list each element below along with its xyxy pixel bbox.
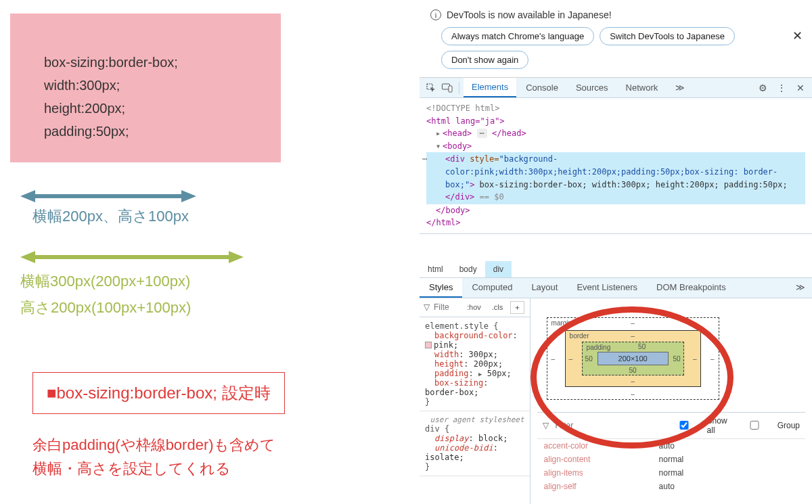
tab-elements[interactable]: Elements: [464, 78, 516, 97]
kebab-icon[interactable]: ⋮: [774, 83, 789, 93]
blue-arrow-group: 横幅200px、高さ100px: [20, 186, 196, 227]
close-icon[interactable]: ✕: [793, 83, 808, 93]
style-rule[interactable]: user agent stylesheet div { display: blo…: [420, 411, 530, 476]
subtab-dom-breakpoints[interactable]: DOM Breakpoints: [647, 278, 736, 298]
subtabs-overflow[interactable]: ≫: [789, 278, 812, 298]
group-checkbox[interactable]: Group: [734, 421, 800, 430]
show-all-checkbox[interactable]: Show all: [664, 416, 727, 435]
dont-show-button[interactable]: Don't show again: [441, 51, 528, 69]
subtab-event-listeners[interactable]: Event Listeners: [567, 278, 647, 298]
ua-label: user agent stylesheet: [430, 415, 524, 424]
svg-marker-4: [20, 251, 35, 263]
green-arrow-group: 横幅300px(200px+100px) 高さ200px(100px+100px…: [20, 247, 244, 321]
dom-selected-line[interactable]: ⋯ <div style="background-color:pink;widt…: [426, 152, 805, 204]
devtools-panel: i DevTools is now available in Japanese!…: [420, 0, 812, 504]
device-toggle-icon[interactable]: [440, 83, 455, 93]
dom-line[interactable]: </body>: [426, 204, 805, 217]
filter-icon: ▽: [424, 302, 430, 312]
blue-arrow-caption: 横幅200px、高さ100px: [32, 206, 196, 227]
computed-filter-bar: ▽ Show all Group: [537, 412, 805, 439]
red-frame-title: ■box-sizing:border-box; 設定時: [32, 372, 285, 414]
match-language-button[interactable]: Always match Chrome's language: [441, 27, 594, 45]
color-swatch[interactable]: [425, 342, 432, 348]
dom-line[interactable]: <!DOCTYPE html>: [426, 102, 805, 115]
boxmodel-column: margin – – – – border – – – – padding 50: [531, 298, 812, 504]
computed-row[interactable]: accent-colorauto: [537, 439, 805, 453]
green-arrow-caption-2: 高さ200px(100px+100px): [20, 295, 244, 320]
svg-marker-2: [181, 190, 196, 202]
pink-line: width:300px;: [44, 74, 247, 97]
crumb-html[interactable]: html: [420, 261, 451, 277]
styles-filter-input[interactable]: [434, 302, 459, 312]
dom-line[interactable]: </html>: [426, 216, 805, 229]
devtools-tabbar: Elements Console Sources Network ≫ ⚙ ⋮ ✕: [420, 78, 812, 98]
dom-tree[interactable]: <!DOCTYPE html> <html lang="ja"> ▸<head>…: [420, 98, 812, 234]
hov-toggle[interactable]: :hov: [464, 302, 484, 312]
computed-filter-input[interactable]: [556, 421, 657, 430]
svg-rect-8: [449, 86, 452, 92]
pink-line: height:200px;: [44, 97, 247, 120]
switch-japanese-button[interactable]: Switch DevTools to Japanese: [600, 27, 735, 45]
crumb-div[interactable]: div: [485, 261, 512, 277]
banner-text: DevTools is now available in Japanese!: [447, 9, 612, 20]
crumb-body[interactable]: body: [451, 261, 485, 277]
pink-demo-box: box-sizing:border-box; width:300px; heig…: [10, 14, 281, 162]
dom-line[interactable]: ▸<head> ⋯ </head>: [426, 127, 805, 140]
pink-line: box-sizing:border-box;: [44, 51, 247, 74]
tab-console[interactable]: Console: [518, 78, 566, 97]
computed-row[interactable]: align-itemsnormal: [537, 466, 805, 480]
pink-line: padding:50px;: [44, 120, 247, 143]
close-icon[interactable]: ✕: [792, 28, 803, 43]
tutorial-left-panel: box-sizing:border-box; width:300px; heig…: [0, 0, 406, 504]
styles-column: ▽ :hov .cls ＋ 🖶 ▸| element.style { backg…: [420, 298, 531, 504]
arrow-icon: [20, 186, 196, 206]
box-model-diagram[interactable]: margin – – – – border – – – – padding 50: [547, 317, 719, 400]
red-description: 余白padding(や枠線border)も含めて 横幅・高さを設定してくれる: [32, 433, 275, 480]
gear-icon[interactable]: ⚙: [755, 83, 770, 93]
locale-banner: i DevTools is now available in Japanese!…: [420, 0, 812, 78]
subtab-computed[interactable]: Computed: [462, 278, 522, 298]
tabs-overflow[interactable]: ≫: [667, 78, 693, 97]
breadcrumb: html body div: [420, 261, 812, 278]
new-rule-button[interactable]: ＋: [510, 301, 524, 314]
filter-icon: ▽: [543, 421, 549, 430]
dom-line[interactable]: ▾<body>: [426, 140, 805, 153]
styles-filterbar: ▽ :hov .cls ＋ 🖶 ▸|: [420, 298, 530, 317]
cls-toggle[interactable]: .cls: [489, 302, 507, 312]
inspect-icon[interactable]: [424, 83, 438, 93]
dom-line[interactable]: <html lang="ja">: [426, 115, 805, 128]
styles-subtabs: Styles Computed Layout Event Listeners D…: [420, 278, 812, 298]
green-arrow-caption-1: 横幅300px(200px+100px): [20, 269, 244, 294]
arrow-icon: [20, 247, 244, 267]
subtab-styles[interactable]: Styles: [420, 278, 462, 298]
computed-row[interactable]: align-contentnormal: [537, 453, 805, 466]
computed-row[interactable]: align-selfauto: [537, 480, 805, 493]
computed-list: accent-colorauto align-contentnormal ali…: [537, 439, 805, 493]
box-model-content: 200×100: [597, 352, 669, 365]
svg-marker-1: [20, 190, 35, 202]
style-rule[interactable]: element.style { background-color: pink; …: [420, 317, 530, 411]
svg-marker-5: [229, 251, 244, 263]
tab-sources[interactable]: Sources: [568, 78, 616, 97]
tab-network[interactable]: Network: [618, 78, 667, 97]
subtab-layout[interactable]: Layout: [522, 278, 567, 298]
info-icon: i: [430, 9, 441, 20]
